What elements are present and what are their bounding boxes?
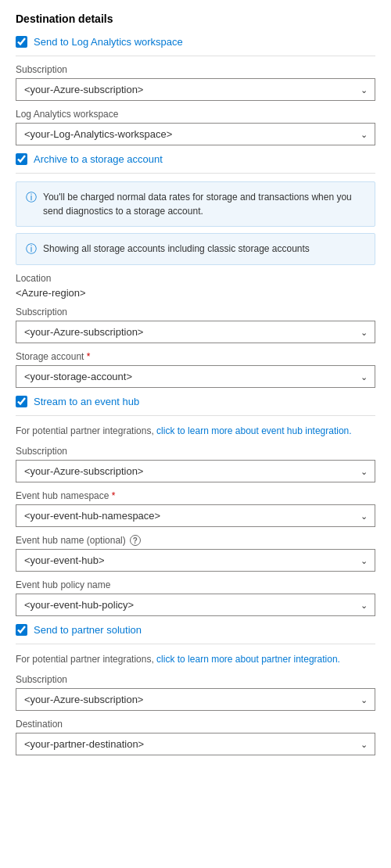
event-hub-subscription-group: Subscription <your-Azure-subscription> ⌄	[16, 446, 375, 482]
storage-account-wrapper: <your-storage-account> ⌄	[16, 365, 375, 388]
partner-solution-partner-info: For potential partner integrations, clic…	[16, 652, 375, 666]
storage-account-label: Storage account *	[16, 351, 375, 362]
event-hub-name-group: Event hub name (optional) ? <your-event-…	[16, 535, 375, 572]
event-hub-namespace-label: Event hub namespace *	[16, 490, 375, 501]
storage-subscription-group: Subscription <your-Azure-subscription> ⌄	[16, 307, 375, 343]
event-hub-policy-wrapper: <your-event-hub-policy> ⌄	[16, 594, 375, 616]
storage-account-required: *	[87, 351, 91, 362]
partner-solution-partner-link[interactable]: click to learn more about partner integr…	[156, 654, 340, 665]
divider-2	[16, 173, 375, 174]
event-hub-checkbox-row: Stream to an event hub	[16, 396, 375, 407]
storage-account-group: Storage account * <your-storage-account>…	[16, 351, 375, 388]
partner-solution-checkbox-row: Send to partner solution	[16, 624, 375, 636]
event-hub-namespace-select[interactable]: <your-event-hub-namespace>	[16, 504, 375, 527]
log-analytics-checkbox[interactable]	[16, 36, 27, 48]
log-analytics-checkbox-row: Send to Log Analytics workspace	[16, 36, 375, 48]
info-icon-1: ⓘ	[26, 191, 37, 205]
event-hub-subscription-select[interactable]: <your-Azure-subscription>	[16, 460, 375, 482]
workspace-group: Log Analytics workspace <your-Log-Analyt…	[16, 109, 375, 145]
divider-4	[16, 644, 375, 644]
divider-1	[16, 56, 375, 56]
log-analytics-subscription-group: Subscription <your-Azure-subscription> ⌄	[16, 64, 375, 101]
storage-subscription-label: Subscription	[16, 307, 375, 317]
event-hub-policy-label: Event hub policy name	[16, 579, 375, 590]
destination-wrapper: <your-partner-destination> ⌄	[16, 733, 375, 755]
workspace-label: Log Analytics workspace	[16, 109, 375, 120]
workspace-wrapper: <your-Log-Analytics-workspace> ⌄	[16, 123, 375, 145]
storage-checkbox-row: Archive to a storage account	[16, 153, 375, 165]
storage-subscription-select[interactable]: <your-Azure-subscription>	[16, 321, 375, 343]
storage-info-box-2: ⓘ Showing all storage accounts including…	[16, 233, 375, 265]
partner-subscription-wrapper: <your-Azure-subscription> ⌄	[16, 688, 375, 711]
storage-info-boxes: ⓘ You'll be charged normal data rates fo…	[16, 181, 375, 265]
event-hub-partner-link[interactable]: click to learn more about event hub inte…	[156, 425, 351, 436]
partner-subscription-select[interactable]: <your-Azure-subscription>	[16, 688, 375, 711]
divider-3	[16, 415, 375, 416]
event-hub-checkbox[interactable]	[16, 396, 27, 407]
partner-subscription-group: Subscription <your-Azure-subscription> ⌄	[16, 674, 375, 711]
event-hub-policy-group: Event hub policy name <your-event-hub-po…	[16, 579, 375, 616]
log-analytics-subscription-select[interactable]: <your-Azure-subscription>	[16, 78, 375, 101]
location-value: <Azure-region>	[16, 287, 375, 299]
info-icon-2: ⓘ	[26, 242, 37, 256]
event-hub-partner-info: For potential partner integrations, clic…	[16, 424, 375, 438]
partner-subscription-label: Subscription	[16, 674, 375, 685]
event-hub-name-select[interactable]: <your-event-hub>	[16, 549, 375, 572]
event-hub-label: Stream to an event hub	[34, 396, 139, 407]
event-hub-namespace-group: Event hub namespace * <your-event-hub-na…	[16, 490, 375, 527]
partner-solution-checkbox[interactable]	[16, 624, 27, 636]
destination-select[interactable]: <your-partner-destination>	[16, 733, 375, 755]
workspace-select[interactable]: <your-Log-Analytics-workspace>	[16, 123, 375, 145]
event-hub-subscription-label: Subscription	[16, 446, 375, 457]
event-hub-name-wrapper: <your-event-hub> ⌄	[16, 549, 375, 572]
event-hub-subscription-wrapper: <your-Azure-subscription> ⌄	[16, 460, 375, 482]
partner-solution-label: Send to partner solution	[34, 624, 142, 636]
destination-group: Destination <your-partner-destination> ⌄	[16, 719, 375, 755]
event-hub-namespace-wrapper: <your-event-hub-namespace> ⌄	[16, 504, 375, 527]
location-label: Location	[16, 273, 375, 284]
storage-info-box-1: ⓘ You'll be charged normal data rates fo…	[16, 181, 375, 227]
location-group: Location <Azure-region>	[16, 273, 375, 299]
event-hub-name-label: Event hub name (optional) ?	[16, 535, 375, 546]
storage-checkbox[interactable]	[16, 153, 27, 165]
log-analytics-subscription-label: Subscription	[16, 64, 375, 75]
event-hub-policy-select[interactable]: <your-event-hub-policy>	[16, 594, 375, 616]
storage-account-select[interactable]: <your-storage-account>	[16, 365, 375, 388]
log-analytics-label: Send to Log Analytics workspace	[34, 36, 183, 48]
log-analytics-subscription-wrapper: <your-Azure-subscription> ⌄	[16, 78, 375, 101]
storage-info-text-1: You'll be charged normal data rates for …	[43, 190, 365, 218]
page-title: Destination details	[16, 13, 375, 25]
storage-info-text-2: Showing all storage accounts including c…	[43, 242, 310, 256]
destination-label: Destination	[16, 719, 375, 730]
namespace-required: *	[112, 490, 116, 501]
hub-name-help-icon[interactable]: ?	[130, 535, 141, 546]
storage-label: Archive to a storage account	[34, 153, 163, 165]
storage-subscription-wrapper: <your-Azure-subscription> ⌄	[16, 321, 375, 343]
